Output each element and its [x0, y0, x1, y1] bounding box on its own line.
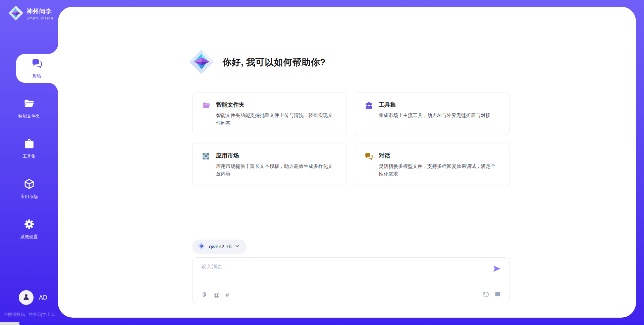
- card-title: 对话: [379, 152, 500, 159]
- avatar: [19, 290, 34, 305]
- mention-button[interactable]: @: [213, 292, 220, 298]
- diamond-logo-icon: [189, 49, 214, 76]
- cube-icon: [23, 178, 35, 191]
- card-title: 智能文件夹: [216, 101, 337, 109]
- brand-logo: 神州问学 Smart Vision: [0, 0, 58, 22]
- model-name: qwen2:7b: [209, 244, 231, 250]
- user-profile[interactable]: AD: [0, 290, 58, 305]
- brand-subtitle: Smart Vision: [26, 16, 53, 20]
- sidebar-item-label: 应用市场: [20, 194, 38, 200]
- card-app-market[interactable]: 应用市场 应用市场提供丰富长文本模板，助力高效生成多样化文章内容: [192, 143, 347, 186]
- send-icon: [492, 269, 501, 274]
- card-title: 工具集: [379, 101, 490, 109]
- copyright-text: ©神州数码 · 神州问学出品: [4, 312, 55, 318]
- folder-icon: [202, 101, 211, 126]
- card-description: 灵活切换多模型文件，支持多样回复效果调试，满足个性化需求: [379, 162, 500, 178]
- horizontal-scrollbar[interactable]: [0, 322, 644, 325]
- greeting-title: 你好, 我可以如何帮助你?: [222, 56, 326, 68]
- card-chat[interactable]: 对话 灵活切换多模型文件，支持多样回复效果调试，满足个性化需求: [355, 143, 509, 186]
- chevron-down-icon: [235, 244, 240, 250]
- message-input[interactable]: [201, 263, 483, 283]
- card-description: 智能文件夹功能支持批量文件上传与清洗，轻松实现文件问答: [216, 112, 337, 127]
- topic-button[interactable]: #: [225, 292, 229, 298]
- history-icon: [483, 291, 489, 299]
- sidebar-item-app-market[interactable]: 应用市场: [0, 175, 58, 203]
- main-panel: 你好, 我可以如何帮助你? 智能文件夹 智能文件夹功能支持批量文件上传与清洗，轻…: [58, 7, 636, 318]
- conversations-button[interactable]: [494, 291, 501, 299]
- brand-name: 神州问学: [26, 7, 53, 15]
- person-icon: [22, 292, 31, 303]
- paperclip-icon: [201, 291, 208, 299]
- toolbox-icon: [23, 138, 35, 151]
- sidebar-item-label: 智能文件夹: [18, 113, 40, 119]
- card-title: 应用市场: [216, 152, 337, 159]
- message-composer: @ #: [192, 257, 509, 304]
- sidebar: 神州问学 Smart Vision 对话 智能文件夹 工具集: [0, 0, 58, 322]
- sidebar-item-chat[interactable]: 对话: [16, 54, 58, 83]
- send-button[interactable]: [492, 264, 501, 273]
- card-smart-folder[interactable]: 智能文件夹 智能文件夹功能支持批量文件上传与清洗，轻松实现文件问答: [192, 92, 347, 135]
- composer-divider: [201, 287, 501, 287]
- sidebar-item-toolset[interactable]: 工具集: [0, 134, 58, 163]
- user-initials: AD: [39, 294, 47, 301]
- sidebar-item-label: 对话: [33, 73, 42, 79]
- chat-icon: [32, 58, 43, 71]
- attach-file-button[interactable]: [201, 291, 208, 299]
- card-description: 集成市场上主流工具，助力AI与外界无缝扩展与对接: [379, 112, 490, 119]
- gear-icon: [23, 218, 35, 231]
- message-icon: [494, 291, 501, 299]
- diamond-logo-icon: [8, 5, 23, 22]
- sidebar-item-label: 系统设置: [20, 234, 38, 240]
- feature-cards: 智能文件夹 智能文件夹功能支持批量文件上传与清洗，轻松实现文件问答 工具集 集成…: [192, 92, 509, 186]
- history-button[interactable]: [483, 291, 489, 299]
- scrollbar-thumb[interactable]: [19, 322, 644, 325]
- sidebar-item-label: 工具集: [22, 153, 36, 159]
- sidebar-item-smart-folder[interactable]: 智能文件夹: [0, 94, 58, 123]
- greeting-section: 你好, 我可以如何帮助你?: [189, 49, 326, 76]
- toolbox-icon: [365, 101, 373, 126]
- model-selector[interactable]: qwen2:7b: [192, 240, 247, 254]
- sidebar-item-settings[interactable]: 系统设置: [0, 215, 58, 244]
- chat-icon: [365, 152, 373, 177]
- sidebar-nav: 对话 智能文件夹 工具集 应用市场 系统设置: [0, 54, 58, 244]
- diamond-logo-icon: [198, 242, 206, 251]
- card-description: 应用市场提供丰富长文本模板，助力高效生成多样化文章内容: [216, 162, 337, 178]
- card-toolset[interactable]: 工具集 集成市场上主流工具，助力AI与外界无缝扩展与对接: [355, 92, 509, 135]
- folder-icon: [23, 98, 35, 111]
- grid-icon: [202, 152, 211, 177]
